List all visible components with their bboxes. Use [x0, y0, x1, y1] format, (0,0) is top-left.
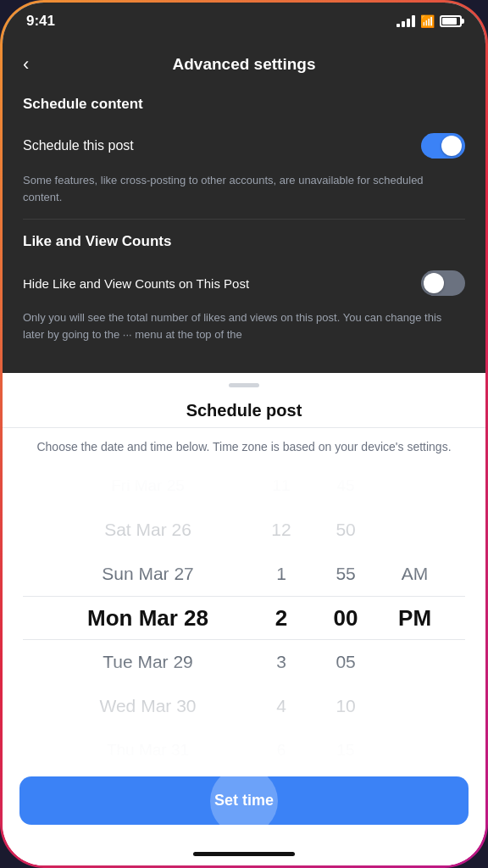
picker-ampm-column[interactable]: AM PM	[378, 470, 465, 766]
picker-minute-item[interactable]: 05	[313, 640, 378, 684]
picker-ampm-item[interactable]	[378, 684, 452, 728]
picker-hour-item[interactable]: 3	[249, 640, 313, 684]
picker-date-item[interactable]: Thu Mar 31	[47, 728, 249, 766]
home-bar	[193, 852, 295, 856]
hide-counts-label: Hide Like and View Counts on This Post	[23, 276, 249, 291]
picker-date-item[interactable]: Wed Mar 30	[47, 684, 249, 728]
schedule-post-label: Schedule this post	[23, 138, 134, 153]
picker-hour-column[interactable]: 11 12 1 2 3 4 6	[249, 470, 313, 766]
schedule-helper-text: Some features, like cross-posting to oth…	[23, 172, 465, 205]
date-time-picker[interactable]: Fri Mar 25 Sat Mar 26 Sun Mar 27 Mon Mar…	[3, 470, 485, 766]
header: ‹ Advanced settings	[23, 36, 465, 96]
hide-counts-row: Hide Like and View Counts on This Post	[23, 264, 465, 303]
picker-date-item[interactable]: Sat Mar 26	[47, 508, 249, 552]
picker-date-selected[interactable]: Mon Mar 28	[47, 596, 249, 640]
picker-minute-selected[interactable]: 00	[313, 596, 378, 640]
schedule-post-sheet: Schedule post Choose the date and time b…	[3, 373, 485, 865]
advanced-settings-screen: ‹ Advanced settings Schedule content Sch…	[3, 36, 485, 373]
status-time: 9:41	[26, 13, 55, 30]
sheet-title: Schedule post	[3, 391, 485, 427]
picker-date-column[interactable]: Fri Mar 25 Sat Mar 26 Sun Mar 27 Mon Mar…	[23, 470, 249, 766]
picker-minute-item[interactable]: 55	[313, 552, 378, 596]
phone-frame: 9:41 📶 ‹ Advanced settings Schedule cont…	[0, 0, 488, 868]
picker-hour-item[interactable]: 12	[249, 508, 313, 552]
picker-ampm-item[interactable]	[378, 470, 452, 508]
picker-date-item[interactable]: Tue Mar 29	[47, 640, 249, 684]
schedule-toggle[interactable]	[421, 133, 465, 159]
picker-ampm-item[interactable]: AM	[378, 552, 452, 596]
picker-minute-item[interactable]: 45	[313, 470, 378, 508]
picker-minute-item[interactable]: 50	[313, 508, 378, 552]
sheet-title-divider	[3, 427, 485, 428]
picker-hour-item[interactable]: 4	[249, 684, 313, 728]
picker-hour-item[interactable]: 11	[249, 470, 313, 508]
picker-hour-item[interactable]: 1	[249, 552, 313, 596]
picker-hour-item[interactable]: 6	[249, 728, 313, 766]
picker-minute-item[interactable]: 10	[313, 684, 378, 728]
picker-minute-column[interactable]: 45 50 55 00 05 10 15	[313, 470, 378, 766]
picker-ampm-item[interactable]	[378, 508, 452, 552]
section-divider	[23, 219, 465, 220]
counts-helper-text: Only you will see the total number of li…	[23, 309, 465, 342]
status-bar: 9:41 📶	[3, 3, 485, 36]
picker-ampm-item[interactable]	[378, 728, 452, 766]
set-time-button[interactable]: Set time	[19, 776, 469, 825]
home-indicator	[3, 842, 485, 865]
picker-columns: Fri Mar 25 Sat Mar 26 Sun Mar 27 Mon Mar…	[3, 470, 485, 766]
counts-toggle[interactable]	[421, 270, 465, 296]
battery-icon	[440, 15, 462, 27]
back-button[interactable]: ‹	[23, 50, 36, 79]
signal-bars-icon	[396, 15, 415, 27]
picker-date-item[interactable]: Sun Mar 27	[47, 552, 249, 596]
status-icons: 📶	[396, 14, 462, 28]
sheet-handle[interactable]	[229, 383, 259, 387]
picker-minute-item[interactable]: 15	[313, 728, 378, 766]
wifi-icon: 📶	[420, 14, 435, 28]
schedule-section-label: Schedule content	[23, 96, 465, 113]
picker-date-item[interactable]: Fri Mar 25	[47, 470, 249, 508]
sheet-subtitle: Choose the date and time below. Time zon…	[3, 438, 485, 470]
schedule-post-row: Schedule this post	[23, 126, 465, 165]
page-title: Advanced settings	[173, 55, 316, 74]
picker-ampm-item[interactable]	[378, 640, 452, 684]
button-overlay	[210, 776, 278, 825]
picker-ampm-selected[interactable]: PM	[378, 596, 452, 640]
counts-section-label: Like and View Counts	[23, 233, 465, 250]
picker-hour-selected[interactable]: 2	[249, 596, 313, 640]
